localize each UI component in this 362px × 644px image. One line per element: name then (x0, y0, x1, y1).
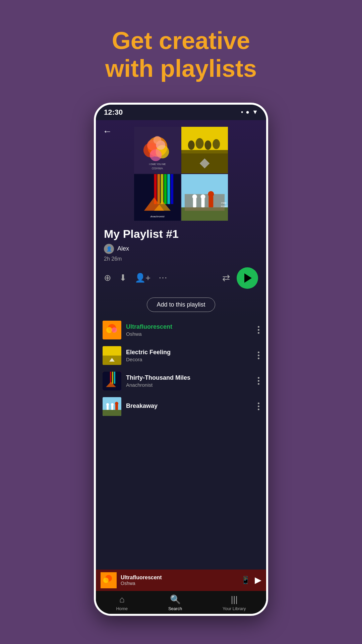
svg-point-4 (150, 149, 162, 161)
download-icon[interactable]: ⬇ (119, 273, 127, 283)
song-artist: Anachronist (126, 382, 253, 388)
cover-art-1: OSHWA I OWE YOU ME (134, 127, 181, 173)
app-content: ← OSHWA I OWE YOU ME (96, 120, 266, 614)
song-info: Ultrafluorescent Oshwa (126, 323, 253, 337)
playlist-duration: 2h 26m (104, 256, 258, 262)
status-icons: ▪ ● ▼ (241, 109, 258, 116)
song-thumbnail (103, 321, 121, 339)
np-info: Ultrafluorescent Oshwa (121, 575, 237, 586)
np-title: Ultrafluorescent (121, 575, 237, 581)
playlist-info: My Playlist #1 👤 Alex 2h 26m (96, 221, 266, 262)
svg-text:FIGHT: FIGHT (221, 205, 228, 208)
song-title: Thirty-Thousand Miles (126, 374, 253, 381)
more-icon[interactable]: ⋯ (159, 273, 167, 283)
play-button[interactable] (237, 267, 258, 289)
headline-line1: Get creative (112, 27, 250, 54)
status-time: 12:30 (104, 108, 123, 117)
list-item[interactable]: Thirty-Thousand Miles Anachronist (96, 368, 266, 394)
svg-rect-31 (193, 198, 196, 207)
now-playing-bar[interactable]: Ultrafluorescent Oshwa 📱 ▶ (96, 570, 266, 591)
list-item[interactable]: Electric Feeling Decora (96, 343, 266, 368)
wifi-icon: ▼ (252, 109, 258, 116)
svg-point-56 (111, 403, 114, 406)
svg-rect-55 (111, 406, 113, 410)
svg-point-15 (213, 139, 220, 149)
svg-rect-23 (167, 174, 170, 204)
svg-point-36 (208, 191, 214, 197)
np-thumbnail (101, 572, 117, 588)
svg-point-13 (196, 138, 204, 149)
nav-item-search[interactable]: 🔍 Search (168, 594, 182, 611)
song-thumbnail (103, 397, 121, 416)
headline: Get creative with playlists (105, 27, 257, 83)
svg-point-61 (103, 578, 109, 583)
song-list: Ultrafluorescent Oshwa Electric (96, 317, 266, 419)
song-more-button[interactable] (258, 352, 259, 359)
add-playlist-button[interactable]: Add to this playlist (147, 298, 215, 312)
cover-cell-4: FIRE FIGHT (181, 174, 228, 221)
playlist-title: My Playlist #1 (104, 227, 258, 240)
headline-line2: with playlists (105, 55, 257, 82)
svg-point-42 (112, 327, 117, 333)
svg-rect-35 (208, 196, 213, 207)
svg-point-32 (192, 194, 197, 199)
signal-icon: ● (246, 109, 249, 116)
song-artist: Decora (126, 357, 253, 362)
shuffle-icon[interactable]: ⇄ (222, 272, 230, 283)
playlist-author-row: 👤 Alex (104, 244, 258, 254)
svg-point-41 (106, 327, 112, 333)
svg-text:I OWE YOU ME: I OWE YOU ME (149, 163, 166, 165)
song-title: Breakaway (126, 402, 253, 410)
svg-point-58 (115, 402, 118, 405)
cover-cell-2 (181, 127, 228, 173)
svg-rect-11 (181, 150, 228, 173)
playlist-cover: OSHWA I OWE YOU ME (134, 127, 228, 221)
svg-rect-21 (161, 174, 163, 204)
svg-text:FIRE: FIRE (221, 202, 227, 204)
svg-marker-17 (200, 158, 210, 168)
np-artist: Oshwa (121, 581, 237, 586)
svg-point-7 (154, 136, 162, 144)
list-item[interactable]: Breakaway (96, 394, 266, 419)
song-title: Electric Feeling (126, 349, 253, 356)
phone-frame: 12:30 ▪ ● ▼ ← (94, 103, 268, 616)
svg-point-34 (201, 194, 205, 199)
np-device-icon[interactable]: 📱 (241, 576, 250, 585)
status-bar: 12:30 ▪ ● ▼ (96, 105, 266, 120)
author-avatar: 👤 (104, 244, 114, 254)
nav-item-home[interactable]: ⌂ Home (116, 594, 128, 611)
back-button[interactable]: ← (103, 126, 112, 137)
action-row: ⊕ ⬇ 👤+ ⋯ ⇄ (96, 262, 266, 294)
action-icons: ⊕ ⬇ 👤+ ⋯ (104, 273, 167, 283)
svg-rect-49 (114, 372, 115, 384)
svg-text:OSHWA: OSHWA (152, 167, 163, 170)
svg-rect-52 (103, 410, 121, 416)
list-item[interactable]: Ultrafluorescent Oshwa (96, 317, 266, 343)
cover-cell-3: Anachronist (134, 174, 181, 221)
add-icon[interactable]: ⊕ (104, 273, 111, 283)
home-label: Home (116, 606, 128, 611)
song-more-button[interactable] (258, 402, 259, 410)
song-more-button[interactable] (258, 377, 259, 385)
svg-point-54 (106, 403, 109, 406)
svg-rect-57 (115, 405, 118, 410)
song-title: Ultrafluorescent (126, 323, 253, 330)
add-user-icon[interactable]: 👤+ (135, 273, 150, 283)
play-triangle (244, 273, 252, 283)
svg-rect-16 (181, 153, 228, 173)
song-artist: Oshwa (126, 331, 253, 337)
svg-point-12 (188, 140, 195, 150)
author-name: Alex (117, 245, 129, 252)
song-more-button[interactable] (258, 326, 259, 334)
right-controls: ⇄ (222, 267, 258, 289)
bottom-nav: ⌂ Home 🔍 Search ||| Your Library (96, 591, 266, 614)
svg-text:Anachronist: Anachronist (150, 215, 165, 218)
search-label: Search (168, 606, 182, 611)
svg-rect-24 (171, 174, 173, 204)
svg-rect-20 (158, 174, 160, 204)
search-icon: 🔍 (170, 594, 181, 605)
library-label: Your Library (223, 606, 246, 611)
np-controls: 📱 ▶ (241, 575, 261, 585)
np-play-icon[interactable]: ▶ (255, 575, 261, 585)
nav-item-library[interactable]: ||| Your Library (223, 594, 246, 611)
